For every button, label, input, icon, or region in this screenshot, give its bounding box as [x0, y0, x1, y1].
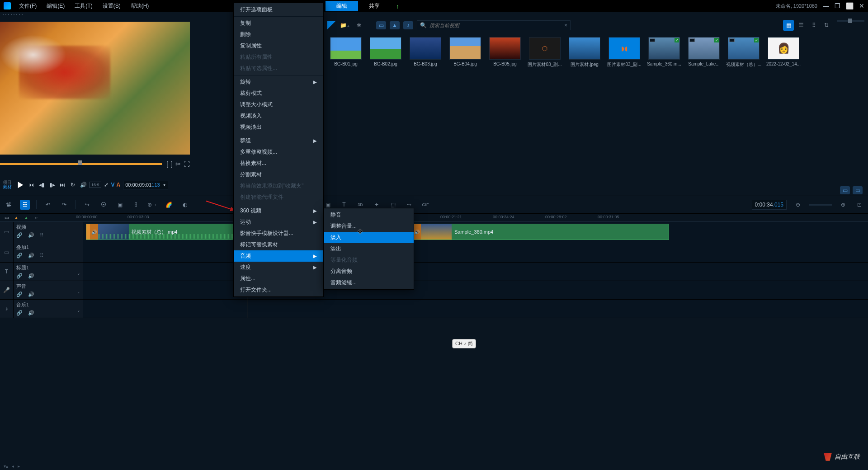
status-next-icon[interactable]: ▸	[18, 464, 20, 469]
record-icon[interactable]: ⦿	[99, 200, 108, 210]
timecode-display[interactable]: 00:00:09:01113 ▾	[123, 181, 168, 189]
sub-fade-out[interactable]: 淡出	[324, 243, 414, 254]
redo-icon[interactable]: ↷	[59, 200, 69, 210]
track-title-body[interactable]	[83, 263, 868, 281]
track-link-icon[interactable]: 🔗	[16, 232, 23, 238]
media-item[interactable]: BG-B05.jpg	[489, 37, 521, 68]
track-flag-icon[interactable]: ▲	[23, 215, 30, 220]
expand-icon[interactable]: ⛶	[184, 160, 190, 168]
track-marker-icon[interactable]: ▲	[13, 215, 20, 220]
play-button[interactable]	[16, 181, 24, 189]
menu-edit[interactable]: 编辑(E)	[42, 1, 69, 11]
audio-submenu[interactable]: 静音 调整音量... 淡入 淡出 等量化音频 分离音频 音频滤镜...	[324, 208, 414, 290]
undo-icon[interactable]: ↶	[43, 200, 53, 210]
a-toggle[interactable]: A	[117, 182, 121, 188]
mark-out-icon[interactable]: ]	[171, 160, 173, 168]
ctx-rotate[interactable]: 旋转▶	[234, 76, 323, 88]
fit-icon[interactable]: ⊡	[854, 200, 864, 210]
view-list-icon[interactable]: ☰	[796, 20, 807, 31]
ctx-resize-mode[interactable]: 调整大小模式	[234, 99, 323, 110]
tab-edit[interactable]: 编辑	[326, 1, 358, 11]
track-grid-icon[interactable]: ⠿	[40, 232, 43, 238]
sub-split-audio[interactable]: 分离音频	[324, 266, 414, 277]
storyboard-view-icon[interactable]: 📽	[4, 200, 14, 210]
step-back-icon[interactable]: ◂▮	[38, 181, 45, 188]
menu-help[interactable]: 帮助(H)	[126, 1, 154, 11]
go-start-icon[interactable]: ⏮	[28, 181, 35, 188]
media-item[interactable]: BG-B03.jpg	[410, 37, 441, 68]
search-box[interactable]: 🔍 ×	[417, 20, 571, 30]
zoom-slider[interactable]	[809, 204, 832, 206]
ctx-mark-replace[interactable]: 标记可替换素材	[234, 239, 323, 250]
sub-fade-in[interactable]: 淡入	[324, 232, 414, 243]
media-item[interactable]: ⬡图片素材03_副...	[529, 37, 561, 68]
filter-video-icon[interactable]: ▭	[376, 21, 386, 29]
ctx-delete[interactable]: 删除	[234, 29, 323, 40]
track-music-body[interactable]	[83, 300, 868, 318]
filter-audio-icon[interactable]: ♪	[403, 21, 413, 29]
media-item[interactable]: 👩2022-12-02_14...	[768, 37, 799, 68]
loop-icon[interactable]: ↻	[69, 181, 76, 188]
track-scroll-icon[interactable]: ↔	[33, 215, 40, 220]
view-thumb-icon[interactable]: ⠿	[808, 20, 819, 31]
ctx-split[interactable]: 分割素材	[234, 169, 323, 180]
step-fwd-icon[interactable]: ▮▸	[48, 181, 56, 188]
ctx-video-fadeout[interactable]: 视频淡出	[234, 122, 323, 133]
media-item[interactable]: ✓Sample_Lake...	[688, 37, 720, 68]
sub-adjust-volume[interactable]: 调整音量...	[324, 221, 414, 232]
media-item[interactable]: ✓视频素材（总）...	[728, 37, 760, 68]
media-item[interactable]: 图片素材.jpeg	[569, 37, 600, 68]
resize-tool-icon[interactable]: ⤢	[104, 182, 108, 188]
maximize-icon[interactable]: ⬜	[846, 2, 854, 9]
close-icon[interactable]: ✕	[859, 2, 864, 9]
view-grid-icon[interactable]: ▦	[783, 20, 794, 31]
ctx-video-fadein[interactable]: 视频淡入	[234, 110, 323, 122]
chroma-icon[interactable]: ◐	[180, 200, 190, 210]
menu-settings[interactable]: 设置(S)	[98, 1, 125, 11]
scissors-icon[interactable]: ✂	[175, 160, 181, 168]
zoom-in-icon[interactable]: ⊕	[838, 200, 848, 210]
zoom-out-icon[interactable]: ⊖	[793, 200, 803, 210]
status-prev-icon[interactable]: ◂	[12, 464, 14, 469]
ctx-speed[interactable]: 速度▶	[234, 262, 323, 273]
sort-icon[interactable]: ⇅	[821, 20, 832, 31]
media-item[interactable]: BG-B01.jpg	[330, 37, 362, 68]
scrub-bar[interactable]: [ ] ✂ ⛶	[0, 159, 190, 169]
ctx-copy-attrs[interactable]: 复制属性	[234, 40, 323, 52]
volume-icon[interactable]: 🔊	[80, 181, 87, 188]
mark-in-icon[interactable]: [	[166, 160, 168, 168]
media-item[interactable]: ◗◖图片素材03_副...	[609, 37, 640, 68]
search-input[interactable]	[429, 23, 561, 28]
media-item[interactable]: BG-B02.jpg	[370, 37, 401, 68]
status-collapse-icon[interactable]: ▾▴	[4, 464, 8, 469]
ctx-audio[interactable]: 音频▶	[234, 250, 323, 262]
ctx-motion[interactable]: 运动▶	[234, 216, 323, 228]
ctx-crop-mode[interactable]: 裁剪模式	[234, 88, 323, 99]
gear-icon[interactable]: ✲	[354, 20, 364, 31]
ctx-multitrim[interactable]: 多重修整视频...	[234, 146, 323, 158]
insert-icon[interactable]: ⊕→	[147, 200, 157, 210]
v-toggle[interactable]: V	[111, 182, 115, 188]
redo2-icon[interactable]: ↪	[82, 200, 92, 210]
ctx-group[interactable]: 群组▶	[234, 135, 323, 146]
context-menu[interactable]: 打开选项面板 复制 删除 复制属性 粘贴所有属性 粘贴可选属性... 旋转▶ 裁…	[233, 3, 324, 297]
timeline-view-icon[interactable]: ☲	[20, 200, 30, 210]
sub-mute[interactable]: 静音	[324, 209, 414, 221]
panel-toggle-1-icon[interactable]: ▭	[840, 186, 850, 194]
ctx-template[interactable]: 影音快手模板设计器...	[234, 228, 323, 239]
track-sound-body[interactable]	[83, 281, 868, 299]
media-item[interactable]: ✓Sample_360.m...	[648, 37, 680, 68]
timeline-timecode[interactable]: 0:00:34.015	[752, 200, 787, 210]
ctx-open-folder[interactable]: 打开文件夹...	[234, 284, 323, 296]
ctx-360[interactable]: 360 视频▶	[234, 205, 323, 216]
filter-image-icon[interactable]: ▲	[390, 21, 400, 29]
search-clear-icon[interactable]: ×	[564, 22, 567, 28]
clip-2[interactable]: 🔊 Sample_360.mp4	[409, 224, 669, 240]
upload-icon[interactable]: ↑	[396, 3, 399, 10]
ctx-replace[interactable]: 替换素材...	[234, 158, 323, 169]
tab-share[interactable]: 共享	[358, 1, 391, 11]
preview-viewport[interactable]	[0, 22, 190, 155]
mixer-icon[interactable]: 🎚	[131, 200, 141, 210]
menu-file[interactable]: 文件(F)	[14, 1, 41, 11]
go-end-icon[interactable]: ⏭	[59, 181, 66, 188]
